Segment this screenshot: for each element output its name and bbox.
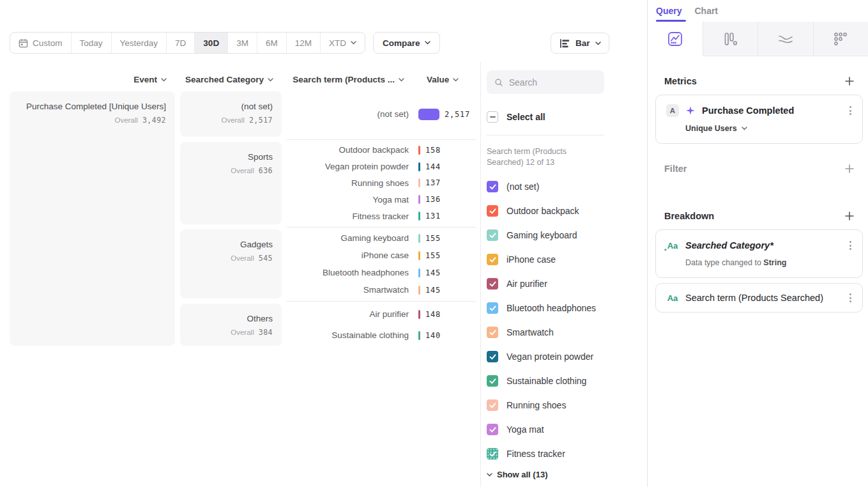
table-row[interactable]: Bluetooth headphones145 [287,264,476,281]
kebab-menu-icon[interactable] [848,239,853,252]
breakdown-title: Search term (Products Searched) [685,293,841,303]
table-row[interactable]: Gaming keyboard155 [287,229,476,247]
category-card-sports[interactable]: SportsOverall636 [180,142,282,224]
checkbox[interactable] [487,302,498,314]
select-all-checkbox[interactable] [487,111,498,123]
table-row[interactable]: iPhone case155 [287,247,476,264]
checkbox[interactable] [487,181,498,192]
table-row[interactable]: Smartwatch145 [287,281,476,298]
date-range-today[interactable]: Today [71,33,111,53]
metrics-section-heading: Metrics [664,75,855,87]
filter-option-yoga-mat[interactable]: Yoga mat [487,417,604,442]
filter-option-fitness-tracker[interactable]: Fitness tracker [487,442,604,466]
select-all-option[interactable]: Select all [487,111,604,123]
string-property-icon: Aa [666,293,679,303]
add-filter-button[interactable] [844,163,855,174]
filter-option-label: (not set) [506,182,539,192]
table-row[interactable]: Yoga mat136 [287,191,476,208]
check-icon [489,330,496,336]
date-range-xtd[interactable]: XTD [320,33,365,53]
string-property-icon: Aa* [666,241,679,251]
filter-option-air-purifier[interactable]: Air purifier [487,272,604,296]
tab-chart[interactable]: Chart [694,6,718,22]
chevron-down-icon [595,42,601,45]
filter-option-sustainable-clothing[interactable]: Sustainable clothing [487,369,604,393]
checkbox[interactable] [487,205,498,217]
checkbox[interactable] [487,448,498,460]
filter-option-iphone-case[interactable]: iPhone case [487,247,604,272]
filter-option-outdoor-backpack[interactable]: Outdoor backpack [487,199,604,223]
table-row[interactable]: (not set)2,517 [287,91,476,137]
date-range-yesterday[interactable]: Yesterday [111,33,167,53]
table-row[interactable]: Sustainable clothing140 [287,325,476,346]
tab-flows[interactable] [758,22,813,56]
date-range-custom[interactable]: Custom [10,33,71,53]
kebab-menu-icon[interactable] [848,291,853,304]
chart-type-button[interactable]: Bar [551,33,609,54]
show-all-button[interactable]: Show all (13) [487,470,604,479]
kebab-menu-icon[interactable] [848,104,853,117]
term-label: Air purifier [287,309,409,319]
filter-option-vegan-protein-powder[interactable]: Vegan protein powder [487,344,604,369]
tab-funnels[interactable] [703,22,758,56]
checkbox[interactable] [487,327,498,338]
checkbox[interactable] [487,351,498,362]
category-card-not-set[interactable]: (not set)Overall2,517 [180,91,282,137]
date-range-3m[interactable]: 3M [227,33,257,53]
show-all-label: Show all (13) [497,470,547,479]
add-metric-button[interactable] [844,75,855,87]
term-value: 140 [425,331,441,340]
date-range-7d[interactable]: 7D [166,33,194,53]
column-header-search-term[interactable]: Search term (Products ... [255,75,404,84]
checkbox[interactable] [487,278,498,290]
category-card-others[interactable]: OthersOverall384 [180,304,282,346]
checkbox[interactable] [487,424,498,435]
table-row[interactable]: Running shoes137 [287,175,476,192]
table-row[interactable]: Air purifier148 [287,304,476,325]
chevron-down-icon [425,41,430,45]
calendar-icon [19,38,28,48]
table-row[interactable]: Outdoor backpack158 [287,142,476,158]
column-header-value[interactable]: Value [427,75,471,84]
filter-option-label: Air purifier [506,279,547,289]
compare-button[interactable]: Compare [373,32,441,54]
term-value: 131 [425,212,441,220]
filter-option-bluetooth-headphones[interactable]: Bluetooth headphones [487,296,604,320]
modified-asterisk-icon: * [664,247,667,254]
checkbox[interactable] [487,375,498,387]
metric-measure-dropdown[interactable]: Unique Users [685,124,853,133]
tab-insights[interactable] [648,22,703,56]
table-row[interactable]: Fitness tracker131 [287,208,476,224]
date-range-30d[interactable]: 30D [194,33,227,53]
table-row[interactable]: Vegan protein powder144 [287,158,476,175]
date-range-label: Today [80,38,103,48]
date-range-6m[interactable]: 6M [257,33,286,53]
category-title: (not set) [187,102,273,112]
checkbox[interactable] [487,229,498,241]
value-bar [418,146,420,155]
filter-option-not-set[interactable]: (not set) [487,174,604,199]
filter-option-gaming-keyboard[interactable]: Gaming keyboard [487,223,604,247]
breakdown-card-searched-category[interactable]: Aa* Searched Category* Data type changed… [655,229,863,278]
value-bar [418,162,420,171]
date-range-12m[interactable]: 12M [286,33,320,53]
legend-caption: Search term (Products Searched) 12 of 13 [487,146,604,167]
filter-option-smartwatch[interactable]: Smartwatch [487,320,604,344]
add-breakdown-button[interactable] [844,210,855,222]
tab-retention[interactable] [813,22,868,56]
checkbox[interactable] [487,254,498,265]
category-card-gadgets[interactable]: GadgetsOverall545 [180,229,282,298]
filter-option-running-shoes[interactable]: Running shoes [487,393,604,417]
search-input[interactable] [509,77,597,88]
legend-item-list: (not set)Outdoor backpackGaming keyboard… [487,174,604,466]
filter-option-label: Sustainable clothing [506,376,586,386]
metric-card[interactable]: A Purchase Completed Unique Users [655,95,863,144]
checkbox[interactable] [487,399,498,411]
event-card[interactable]: Purchase Completed [Unique Users] Overal… [10,91,175,346]
date-range-group: CustomTodayYesterday7D30D3M6M12MXTD [10,32,365,54]
search-icon [494,77,503,88]
breakdown-card-search-term[interactable]: Aa Search term (Products Searched) [655,283,863,313]
tab-query[interactable]: Query [656,6,681,22]
horizontal-bar-chart-icon [559,38,570,49]
column-header-event[interactable]: Event [10,75,167,84]
